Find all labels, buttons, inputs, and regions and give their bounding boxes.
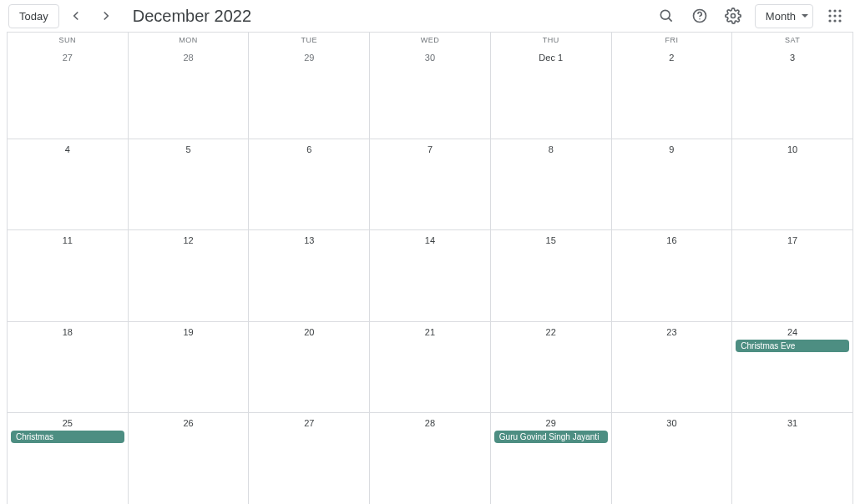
- day-cell[interactable]: 3: [732, 48, 853, 139]
- prev-month-button[interactable]: [63, 3, 89, 29]
- day-number: 10: [732, 139, 852, 154]
- day-number: 27: [249, 413, 369, 428]
- day-cell[interactable]: 27: [249, 413, 370, 504]
- week-row: 18192021222324Christmas Eve: [8, 322, 853, 414]
- calendar-event[interactable]: Christmas Eve: [736, 340, 849, 352]
- chevron-left-icon: [68, 8, 83, 23]
- day-cell[interactable]: 7: [370, 139, 491, 230]
- day-cell[interactable]: 17: [732, 230, 853, 321]
- svg-point-5: [828, 9, 831, 12]
- day-number: 13: [249, 230, 369, 245]
- day-cell[interactable]: 30: [370, 48, 491, 139]
- svg-point-11: [828, 19, 831, 22]
- today-button[interactable]: Today: [8, 4, 59, 28]
- day-header: THU: [491, 33, 612, 48]
- day-number: 4: [8, 139, 128, 154]
- day-number: 6: [249, 139, 369, 154]
- day-number: 28: [370, 413, 490, 428]
- day-number: 29: [491, 413, 611, 428]
- day-cell[interactable]: 4: [8, 139, 129, 230]
- apps-grid-icon: [827, 8, 842, 23]
- day-header: WED: [370, 33, 491, 48]
- day-cell[interactable]: 27: [8, 48, 129, 139]
- day-number: 24: [732, 322, 852, 337]
- help-button[interactable]: [685, 1, 715, 31]
- search-button[interactable]: [651, 1, 681, 31]
- day-cell[interactable]: 26: [129, 413, 250, 504]
- next-month-button[interactable]: [93, 3, 119, 29]
- day-number: 26: [129, 413, 249, 428]
- day-number: 20: [249, 322, 369, 337]
- week-row: 25Christmas26272829Guru Govind Singh Jay…: [8, 413, 853, 504]
- day-cell[interactable]: 22: [491, 322, 612, 413]
- day-number: 22: [491, 322, 611, 337]
- day-cell[interactable]: Dec 1: [491, 48, 612, 139]
- day-cell[interactable]: 12: [129, 230, 250, 321]
- day-cell[interactable]: 19: [129, 322, 250, 413]
- day-cell[interactable]: 10: [732, 139, 853, 230]
- search-icon: [658, 8, 675, 24]
- day-number: 29: [249, 48, 369, 63]
- week-row: 45678910: [8, 139, 853, 231]
- view-selector-label: Month: [766, 10, 796, 23]
- calendar-header: Today December 2022 Month: [0, 0, 855, 32]
- apps-button[interactable]: [820, 1, 850, 31]
- day-cell[interactable]: 28: [370, 413, 491, 504]
- day-number: 31: [732, 413, 852, 428]
- day-number: 23: [612, 322, 732, 337]
- day-cell[interactable]: 29Guru Govind Singh Jayanti: [491, 413, 612, 504]
- day-cell[interactable]: 16: [612, 230, 733, 321]
- day-cell[interactable]: 13: [249, 230, 370, 321]
- day-cell[interactable]: 6: [249, 139, 370, 230]
- day-number: 5: [129, 139, 249, 154]
- svg-point-13: [838, 19, 841, 22]
- day-header: SAT: [732, 33, 853, 48]
- day-cell[interactable]: 20: [249, 322, 370, 413]
- view-selector[interactable]: Month: [755, 4, 813, 28]
- day-number: 18: [8, 322, 128, 337]
- day-number: 28: [129, 48, 249, 63]
- day-cell[interactable]: 5: [129, 139, 250, 230]
- month-title: December 2022: [133, 7, 251, 26]
- day-cell[interactable]: 2: [612, 48, 733, 139]
- calendar-event[interactable]: Guru Govind Singh Jayanti: [494, 431, 608, 443]
- day-cell[interactable]: 24Christmas Eve: [732, 322, 853, 413]
- caret-down-icon: [801, 12, 809, 20]
- day-cell[interactable]: 11: [8, 230, 129, 321]
- settings-button[interactable]: [718, 1, 748, 31]
- day-number: 12: [129, 230, 249, 245]
- calendar-event[interactable]: Christmas: [11, 431, 124, 443]
- day-cell[interactable]: 25Christmas: [8, 413, 129, 504]
- day-header: SUN: [8, 33, 129, 48]
- day-cell[interactable]: 9: [612, 139, 733, 230]
- help-icon: [691, 8, 708, 24]
- day-headers-row: SUNMONTUEWEDTHUFRISAT: [8, 33, 853, 48]
- svg-point-6: [833, 9, 836, 12]
- day-number: 21: [370, 322, 490, 337]
- day-number: 15: [491, 230, 611, 245]
- day-cell[interactable]: 18: [8, 322, 129, 413]
- day-number: 2: [612, 48, 732, 63]
- day-cell[interactable]: 31: [732, 413, 853, 504]
- day-header: TUE: [249, 33, 370, 48]
- day-cell[interactable]: 23: [612, 322, 733, 413]
- day-cell[interactable]: 15: [491, 230, 612, 321]
- svg-point-7: [838, 9, 841, 12]
- svg-point-0: [660, 10, 670, 19]
- day-cell[interactable]: 8: [491, 139, 612, 230]
- day-number: 14: [370, 230, 490, 245]
- svg-point-3: [699, 18, 701, 20]
- day-cell[interactable]: 29: [249, 48, 370, 139]
- chevron-right-icon: [99, 8, 114, 23]
- svg-line-1: [669, 18, 672, 22]
- day-number: 16: [612, 230, 732, 245]
- day-cell[interactable]: 14: [370, 230, 491, 321]
- day-number: 7: [370, 139, 490, 154]
- day-number: 30: [370, 48, 490, 63]
- day-cell[interactable]: 28: [129, 48, 250, 139]
- day-cell[interactable]: 30: [612, 413, 733, 504]
- day-header: MON: [129, 33, 250, 48]
- day-cell[interactable]: 21: [370, 322, 491, 413]
- day-number: 27: [8, 48, 128, 63]
- day-number: 25: [8, 413, 128, 428]
